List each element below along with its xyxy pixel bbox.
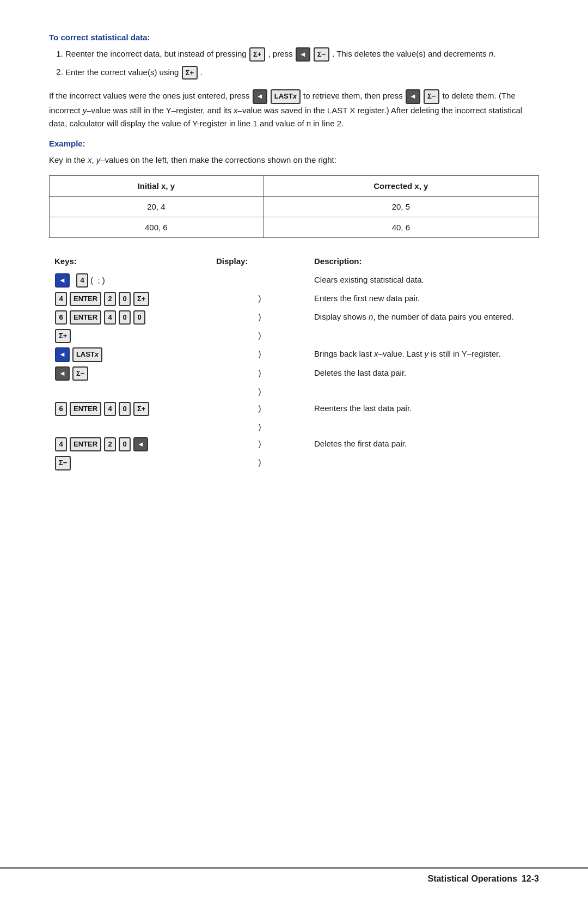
kdd-table: Keys: Display: Description: ◄ 4 ( ; ) Cl… [49,254,539,473]
col-header-desc: Description: [309,254,539,271]
key-4-2: 4 [55,292,67,306]
kdd-keys-8: 6 ENTER 4 0 Σ+ [49,400,211,418]
key-lastx-5: LASTx [72,347,102,362]
footer-label: Statistical Operations [427,874,517,884]
kdd-desc-8: Reenters the last data pair. [309,400,539,418]
key-0-10: 0 [119,437,131,451]
table-cell-initial-2: 400, 6 [50,217,264,237]
kdd-display-8: ) [211,400,309,418]
key-blue-5: ◄ [55,347,70,362]
table-row: 20, 4 20, 5 [50,196,539,217]
step2-text-before: Enter the correct value(s) using [65,67,181,76]
key-back2-para1: ◄ [406,89,420,104]
kdd-display-11: ) [211,454,309,472]
key-6-8: 6 [55,402,67,416]
kdd-display-4: ) [211,327,309,345]
key-enter-8: ENTER [70,402,101,416]
col-header-display: Display: [211,254,309,271]
kdd-desc-1: Clears existing statistical data. [309,271,539,290]
footer-bar: Statistical Operations 12-3 [0,867,588,884]
kdd-row-4: Σ+ ) [49,327,539,345]
kdd-display-3: ) [211,308,309,327]
kdd-desc-11 [309,454,539,472]
step-2: Enter the correct value(s) using Σ+ . [65,66,539,80]
section-heading: To correct statistical data: [49,33,539,42]
kdd-keys-4: Σ+ [49,327,211,345]
key-sigma-minus-11: Σ− [55,456,71,470]
key-4-3: 4 [104,310,116,325]
key-sigma-plus-4: Σ+ [55,329,71,343]
kdd-row-8: 6 ENTER 4 0 Σ+ ) Reenters the last data … [49,400,539,418]
col-header-keys: Keys: [49,254,211,271]
key-enter-10: ENTER [70,437,101,451]
table-cell-initial-1: 20, 4 [50,196,264,217]
key-back-step1: ◄ [296,47,310,62]
data-table: Initial x, y Corrected x, y 20, 4 20, 5 … [49,175,539,238]
key-arrow-6: ◄ [55,366,70,381]
step1-text-after: . This deletes the value(s) and decremen… [332,49,495,58]
key-4-10: 4 [55,437,67,451]
para1-text-before: If the incorrect values were the ones ju… [49,91,252,100]
kdd-row-11: Σ− ) [49,454,539,472]
table-row: 400, 6 40, 6 [50,217,539,237]
kdd-display-10: ) [211,435,309,454]
kdd-keys-6: ◄ Σ− [49,364,211,383]
key-sigma-minus-step1: Σ− [314,47,329,62]
key-0-8: 0 [119,402,131,416]
key-sigma-plus-8: Σ+ [133,402,149,416]
kdd-desc-7 [309,383,539,400]
kdd-row-9: ) [49,418,539,435]
kdd-display-2: ) [211,290,309,308]
key-arrow-10: ◄ [133,437,148,451]
example-desc: Key in the x, y–values on the left, then… [49,154,539,167]
key-blue-1: ◄ [55,273,70,288]
key-4-8: 4 [104,402,116,416]
kdd-row-2: 4 ENTER 2 0 Σ+ ) Enters the first new da… [49,290,539,308]
kdd-row-7: ) [49,383,539,400]
key-lastx-para1: LASTx [271,89,301,104]
key-sigma-plus-2: Σ+ [133,292,149,306]
key-4-1: 4 [76,273,88,288]
key-sigma-minus-para1: Σ− [424,89,439,104]
kdd-display-9: ) [211,418,309,435]
para1-text-mid: to retrieve them, then press [303,91,405,100]
key-6-3: 6 [55,310,67,325]
key-2-2: 2 [104,292,116,306]
kdd-desc-5: Brings back last x–value. Last y is stil… [309,345,539,364]
key-sigma-minus-6: Σ− [72,366,88,381]
step2-text-after: . [200,67,203,76]
kdd-keys-7 [49,383,211,400]
key-0b-3: 0 [133,310,145,325]
table-cell-corrected-1: 20, 5 [263,196,538,217]
key-back-para1: ◄ [253,89,267,104]
key-2-10: 2 [104,437,116,451]
kdd-desc-6: Deletes the last data pair. [309,364,539,383]
kdd-keys-10: 4 ENTER 2 0 ◄ [49,435,211,454]
kdd-keys-5: ◄ LASTx [49,345,211,364]
steps-list: Reenter the incorrect data, but instead … [65,47,539,80]
kdd-keys-9 [49,418,211,435]
kdd-desc-2: Enters the first new data pair. [309,290,539,308]
kdd-display-1 [211,271,309,290]
step-1: Reenter the incorrect data, but instead … [65,47,539,62]
kdd-display-5: ) [211,345,309,364]
step1-text-mid: , press [268,49,295,58]
key-0a-3: 0 [119,310,131,325]
para1: If the incorrect values were the ones ju… [49,89,539,130]
kdd-row-10: 4 ENTER 2 0 ◄ ) Deletes the first data p… [49,435,539,454]
kdd-desc-3: Display shows n, the number of data pair… [309,308,539,327]
kdd-row-5: ◄ LASTx ) Brings back last x–value. Last… [49,345,539,364]
key-enter-3: ENTER [70,310,101,325]
table-cell-corrected-2: 40, 6 [263,217,538,237]
kdd-row-3: 6 ENTER 4 0 0 ) Display shows n, the num… [49,308,539,327]
kdd-desc-9 [309,418,539,435]
kdd-desc-4 [309,327,539,345]
kdd-row-6: ◄ Σ− ) Deletes the last data pair. [49,364,539,383]
table-header-initial: Initial x, y [50,175,264,196]
kdd-row-1: ◄ 4 ( ; ) Clears existing statistical da… [49,271,539,290]
kdd-display-6: ) [211,364,309,383]
kdd-keys-2: 4 ENTER 2 0 Σ+ [49,290,211,308]
key-sigma-plus-step2: Σ+ [182,66,198,80]
key-enter-2: ENTER [70,292,101,306]
step1-text-before: Reenter the incorrect data, but instead … [65,49,249,58]
